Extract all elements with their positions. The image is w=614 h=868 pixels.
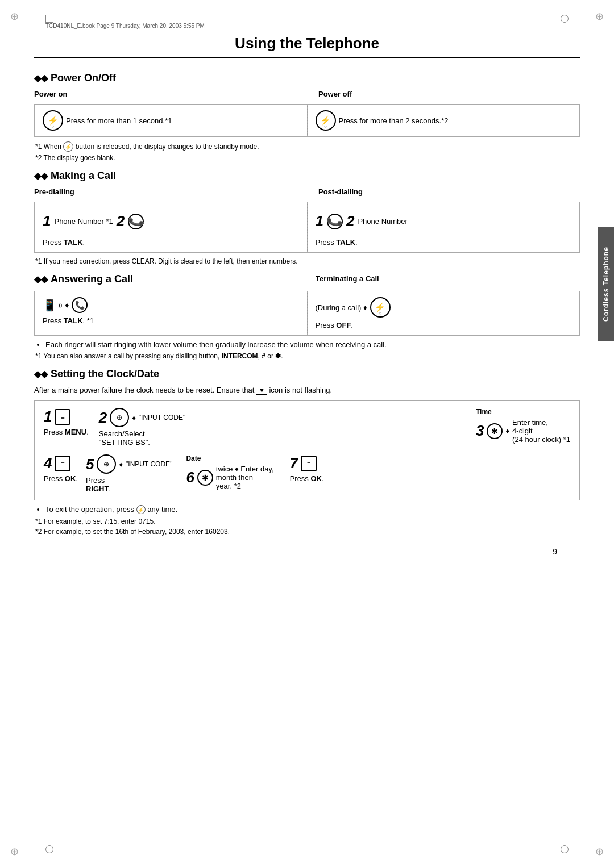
clock-step2-content: 2 ⊕ ♦ "INPUT CODE" bbox=[99, 408, 185, 427]
clock-fn2: *2 For example, to set the 16th of Febru… bbox=[34, 528, 580, 536]
term-press-row: Press OFF. bbox=[316, 321, 353, 329]
answering-row: 📱 )) ♦ 📞 bbox=[43, 297, 88, 313]
search-select-label: Search/Select bbox=[99, 429, 145, 438]
answering-title: Answering a Call bbox=[51, 273, 133, 285]
post-handset-icon: 📞 bbox=[327, 214, 343, 229]
clock-step1-num: 1 bbox=[44, 408, 52, 425]
making-call-header: ◆◆ Making a Call bbox=[34, 170, 580, 182]
ringer-waves: )) bbox=[58, 302, 62, 308]
ans-talk-label: TALK bbox=[64, 316, 83, 325]
clock-fn1: *1 For example, to set 7:15, enter 0715. bbox=[34, 518, 580, 525]
term-during-text: (During a call) ♦ bbox=[316, 303, 367, 312]
pre-step-row: 1 Phone Number *1 2 📞 bbox=[43, 208, 144, 235]
ans-arrow: ♦ bbox=[65, 301, 69, 310]
post-phone-icon: 📞 bbox=[325, 212, 345, 231]
step5-arrow: ♦ bbox=[119, 460, 123, 469]
power-off-sub-icon: ○ bbox=[324, 124, 327, 129]
post-step-row: 1 📞 2 Phone Number bbox=[316, 208, 408, 235]
nav-icon-5: ⊕ bbox=[97, 454, 116, 474]
clock-step6-content: 6 ✱ twice ♦ Enter day, month then year. … bbox=[186, 465, 273, 490]
pre-handset-icon: 📞 bbox=[128, 214, 144, 229]
power-on-col: ⚡ ○ Press for more than 1 second.*1 bbox=[35, 105, 307, 136]
sidebar-tab: Cordless Telephone bbox=[598, 227, 614, 341]
circle-bl bbox=[45, 845, 53, 853]
ringer-icon: 📱 bbox=[43, 298, 57, 312]
step6-text1: twice ♦ Enter day, bbox=[216, 465, 274, 473]
clock-row1: 1 ≡ Press MENU. 2 ⊕ bbox=[44, 408, 570, 446]
clock-step2-num: 2 bbox=[99, 409, 107, 427]
enter-time-label: Enter time, bbox=[512, 418, 570, 427]
ok-label-4: OK bbox=[65, 474, 76, 483]
predialling-label: Pre-dialling bbox=[34, 187, 296, 196]
power-off-text: Press for more than 2 seconds.*2 bbox=[339, 116, 449, 125]
power-header: ◆◆ Power On/Off bbox=[34, 72, 580, 84]
post-press-label: Press bbox=[316, 238, 334, 247]
diamond-bullets-power: ◆◆ bbox=[34, 73, 48, 84]
power-on-row: ⚡ ○ Press for more than 1 second.*1 bbox=[43, 110, 172, 131]
step6-text2: month then bbox=[216, 473, 253, 482]
clock-step7-press: Press OK. bbox=[290, 474, 324, 483]
predialling-col: 1 Phone Number *1 2 📞 Press TALK. bbox=[35, 202, 307, 252]
menu-btn-icon: ≡ bbox=[55, 409, 70, 425]
term-off-icon: ⚡ ○ bbox=[370, 297, 391, 318]
postdialling-col: 1 📞 2 Phone Number Press TALK. bbox=[308, 202, 580, 252]
clock-step4: 4 ≡ Press OK. bbox=[44, 454, 78, 483]
pre-phone-icon: 📞 bbox=[126, 212, 146, 231]
power-on-text: Press for more than 1 second.*1 bbox=[66, 116, 172, 125]
clock-box: 1 ≡ Press MENU. 2 ⊕ bbox=[34, 400, 580, 500]
power-off-row: ⚡ ○ Press for more than 2 seconds.*2 bbox=[316, 110, 449, 131]
clock-step2-label: Search/Select "SETTING BS". bbox=[99, 429, 150, 446]
making-call-section: ◆◆ Making a Call Pre-dialling Post-diall… bbox=[34, 170, 580, 265]
ringer-icon-wrapper: 📱 )) bbox=[43, 298, 62, 312]
clock-intro: After a mains power failure the clock ne… bbox=[34, 386, 580, 395]
pre-press-row: Press TALK. bbox=[43, 238, 85, 247]
clock-step4-num: 4 bbox=[44, 454, 52, 472]
reg-tl: ⊕ bbox=[10, 10, 19, 23]
file-info: TCD410NL_E.book Page 9 Thursday, March 2… bbox=[34, 23, 580, 29]
power-on-label: Power on bbox=[34, 90, 296, 98]
terminating-label: Terminating a Call bbox=[316, 274, 580, 283]
star-btn-icon-6: ✱ bbox=[197, 470, 213, 486]
terminating-row: (During a call) ♦ ⚡ ○ bbox=[316, 297, 391, 318]
step3-time-info: Enter time, 4-digit (24 hour clock) *1 bbox=[512, 418, 570, 444]
clock-step5-content: 5 ⊕ ♦ "INPUT CODE" bbox=[86, 454, 172, 474]
clock-bullet1: To exit the operation, press ⚡ any time. bbox=[45, 505, 580, 514]
power-on-icon: ⚡ ○ bbox=[43, 110, 63, 131]
term-sub-icon: ○ bbox=[379, 311, 381, 316]
24hour-label: (24 hour clock) *1 bbox=[512, 435, 570, 444]
clock-step4-content: 4 ≡ bbox=[44, 454, 70, 472]
power-fn1: *1 When ⚡ button is released, the displa… bbox=[34, 141, 580, 152]
menu-icon-symbol: ≡ bbox=[61, 414, 64, 420]
diamond-bullets-clock: ◆◆ bbox=[34, 369, 48, 379]
ans-press-row: Press TALK. *1 bbox=[43, 316, 94, 325]
call-box: 1 Phone Number *1 2 📞 Press TALK. 1 bbox=[34, 202, 580, 253]
pre-talk-label: TALK bbox=[64, 238, 83, 247]
antenna-icon: ▼ bbox=[256, 387, 267, 395]
answering-col: 📱 )) ♦ 📞 Press TALK. *1 bbox=[35, 291, 307, 335]
answering-header: ◆◆ Answering a Call bbox=[34, 273, 298, 285]
clock-step5: 5 ⊕ ♦ "INPUT CODE" Press RIGHT. bbox=[86, 454, 172, 493]
clock-step7: 7 ≡ Press OK. bbox=[290, 454, 324, 483]
power-off-label: Power off bbox=[318, 90, 580, 98]
nav-arrows-5: ⊕ bbox=[103, 460, 109, 468]
reg-br: ⊕ bbox=[595, 845, 604, 858]
circle-br bbox=[561, 845, 569, 853]
page-number: 9 bbox=[34, 547, 580, 556]
clock-step1-press: Press MENU. bbox=[44, 428, 89, 436]
pre-press-label: Press bbox=[43, 238, 61, 247]
fn1-icon: ⚡ bbox=[63, 141, 73, 152]
step3-arrow: ♦ bbox=[505, 427, 509, 435]
ans-handset-icon: 📞 bbox=[72, 297, 88, 313]
ok-symbol: ≡ bbox=[61, 460, 64, 467]
clock-bullets: To exit the operation, press ⚡ any time. bbox=[34, 505, 580, 514]
answering-bullets: Each ringer will start ringing with lowe… bbox=[34, 340, 580, 349]
post-press-row: Press TALK. bbox=[316, 238, 358, 247]
star-symbol: ✱ bbox=[491, 427, 498, 436]
making-call-title: Making a Call bbox=[51, 170, 116, 182]
ok-btn-icon-7: ≡ bbox=[301, 456, 317, 471]
call-footnote: *1 If you need correction, press CLEAR. … bbox=[34, 257, 580, 265]
ok-symbol-7: ≡ bbox=[307, 460, 310, 467]
4digit-label: 4-digit bbox=[512, 427, 570, 435]
reg-tr: ⊕ bbox=[595, 10, 604, 23]
reg-bl: ⊕ bbox=[10, 845, 19, 858]
